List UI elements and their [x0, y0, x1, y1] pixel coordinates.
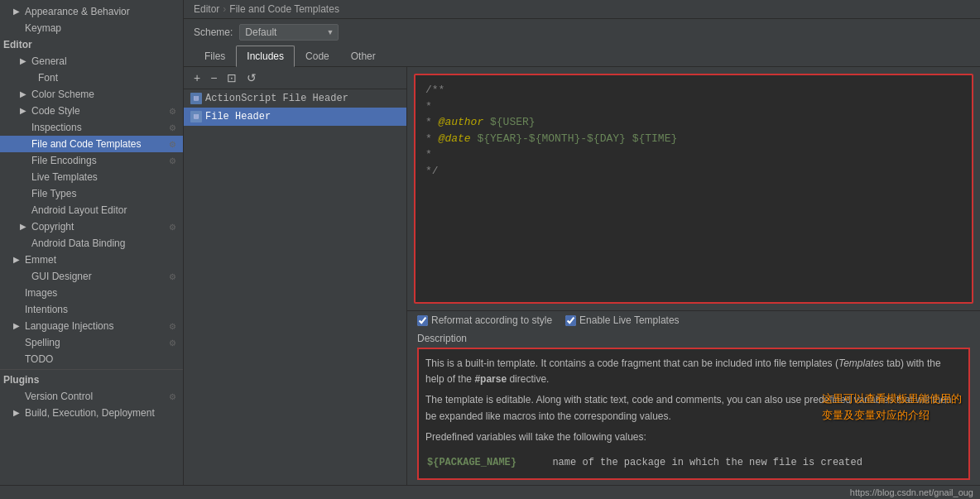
code-line-2: * — [425, 98, 962, 115]
template-item-actionscript[interactable]: ▤ ActionScript File Header — [184, 89, 406, 108]
breadcrumb-part2: File and Code Templates — [229, 3, 339, 15]
scheme-select[interactable]: Default Project — [239, 24, 339, 41]
reformat-check-label[interactable]: Reformat according to style — [417, 314, 552, 326]
spacer — [13, 305, 23, 314]
settings-icon: ⚙ — [169, 140, 176, 149]
sidebar: ▶ Appearance & Behavior Keymap Editor ▶ … — [0, 0, 184, 485]
tab-includes[interactable]: Includes — [236, 46, 295, 67]
template-item-label: File Header — [205, 111, 271, 122]
settings-icon: ⚙ — [169, 322, 176, 331]
sidebar-item-emmet[interactable]: ▶ Emmet — [0, 252, 183, 268]
desc-text-3: Predefined variables will take the follo… — [425, 429, 962, 445]
parse-directive: #parse — [474, 373, 507, 385]
add-button[interactable]: + — [190, 70, 204, 85]
spacer — [13, 391, 23, 401]
sidebar-item-gui-designer[interactable]: GUI Designer ⚙ — [0, 268, 183, 285]
code-editor[interactable]: /** * * @author ${USER} * @date ${YEAR}-… — [414, 74, 973, 304]
sidebar-item-label: File Encodings — [31, 155, 97, 166]
live-templates-check-label[interactable]: Enable Live Templates — [565, 314, 680, 326]
sidebar-item-android-data-binding[interactable]: Android Data Binding — [0, 235, 183, 252]
code-line-5: * — [425, 146, 962, 163]
sidebar-item-label: Code Style — [31, 105, 80, 117]
sidebar-item-live-templates[interactable]: Live Templates — [0, 169, 183, 185]
sidebar-section-editor: Editor — [0, 36, 183, 53]
url-text: https://blog.csdn.net/gnail_oug — [850, 487, 973, 497]
sidebar-item-label: General — [31, 55, 67, 67]
spacer — [20, 156, 30, 166]
content-area: Editor › File and Code Templates Scheme:… — [184, 0, 980, 485]
sidebar-item-font[interactable]: Font — [0, 70, 183, 86]
spacer — [13, 354, 23, 364]
reformat-label: Reformat according to style — [431, 314, 552, 326]
sidebar-item-file-and-code-templates[interactable]: File and Code Templates ⚙ — [0, 136, 183, 152]
tabs-bar: Files Includes Code Other — [184, 46, 980, 67]
sidebar-item-file-types[interactable]: File Types — [0, 185, 183, 202]
var-desc-user: current user system login name — [552, 474, 960, 480]
spacer — [26, 73, 36, 83]
sidebar-item-code-style[interactable]: ▶ Code Style ⚙ — [0, 103, 183, 119]
reformat-checkbox[interactable] — [417, 315, 428, 326]
settings-icon: ⚙ — [169, 156, 176, 166]
settings-icon: ⚙ — [169, 338, 176, 348]
scheme-select-wrapper: Default Project — [239, 24, 339, 41]
tab-other[interactable]: Other — [340, 46, 387, 67]
var-name-package: ${PACKAGE_NAME} — [427, 453, 550, 473]
copy-button[interactable]: ⊡ — [223, 70, 240, 85]
code-line-3: * @author ${USER} — [425, 114, 962, 131]
arrow-icon: ▶ — [20, 89, 30, 99]
tab-code[interactable]: Code — [295, 46, 340, 67]
sidebar-item-build-execution[interactable]: ▶ Build, Execution, Deployment — [0, 405, 183, 421]
sidebar-item-file-encodings[interactable]: File Encodings ⚙ — [0, 152, 183, 169]
code-line-6: */ — [425, 163, 962, 180]
sidebar-item-label: Keymap — [25, 22, 61, 34]
remove-button[interactable]: − — [207, 70, 220, 85]
scheme-row: Scheme: Default Project — [184, 19, 980, 46]
reset-button[interactable]: ↺ — [243, 70, 260, 85]
spacer — [20, 172, 30, 182]
sidebar-item-language-injections[interactable]: ▶ Language Injections ⚙ — [0, 318, 183, 334]
sidebar-item-label: Editor — [3, 39, 32, 50]
settings-icon: ⚙ — [169, 392, 176, 401]
breadcrumb: Editor › File and Code Templates — [184, 0, 980, 19]
spacer — [13, 288, 23, 298]
sidebar-item-keymap[interactable]: Keymap — [0, 20, 183, 36]
url-bar: https://blog.csdn.net/gnail_oug — [0, 485, 980, 499]
sidebar-item-label: Font — [38, 72, 58, 84]
variables-table: ${PACKAGE_NAME} name of the package in w… — [425, 452, 962, 480]
template-item-file-header[interactable]: ▤ File Header — [184, 108, 406, 126]
live-templates-checkbox[interactable] — [565, 315, 576, 326]
spacer — [20, 238, 30, 248]
sidebar-item-label: Language Injections — [25, 320, 113, 332]
spacer — [20, 139, 30, 149]
sidebar-item-label: Appearance & Behavior — [25, 6, 130, 17]
chinese-annotation: 这里可以查看模板里能使用的 变量及变量对应的介绍 — [822, 391, 962, 423]
settings-icon: ⚙ — [169, 272, 176, 281]
sidebar-item-inspections[interactable]: Inspections ⚙ — [0, 119, 183, 136]
sidebar-item-label: Inspections — [31, 122, 82, 133]
settings-icon: ⚙ — [169, 223, 176, 232]
desc-text-1: This is a built-in template. It contains… — [425, 356, 962, 387]
sidebar-item-label: File and Code Templates — [31, 138, 142, 150]
sidebar-item-copyright[interactable]: ▶ Copyright ⚙ — [0, 218, 183, 235]
template-item-label: ActionScript File Header — [205, 93, 348, 104]
sidebar-item-todo[interactable]: TODO — [0, 351, 183, 367]
arrow-icon: ▶ — [13, 255, 23, 265]
sidebar-item-general[interactable]: ▶ General — [0, 53, 183, 70]
arrow-icon: ▶ — [13, 7, 23, 17]
sidebar-item-label: Android Layout Editor — [31, 204, 127, 216]
chinese-line-1: 这里可以查看模板里能使用的 — [822, 391, 962, 407]
sidebar-item-images[interactable]: Images — [0, 285, 183, 301]
tab-files[interactable]: Files — [194, 46, 236, 67]
sidebar-item-appearance[interactable]: ▶ Appearance & Behavior — [0, 3, 183, 20]
arrow-icon: ▶ — [20, 106, 30, 116]
arrow-icon: ▶ — [13, 321, 23, 331]
sidebar-item-color-scheme[interactable]: ▶ Color Scheme — [0, 86, 183, 103]
table-row: ${USER} current user system login name — [427, 474, 960, 480]
sidebar-item-version-control[interactable]: Version Control ⚙ — [0, 388, 183, 405]
sidebar-item-android-layout-editor[interactable]: Android Layout Editor — [0, 202, 183, 218]
breadcrumb-separator: › — [223, 3, 226, 15]
sidebar-item-intentions[interactable]: Intentions — [0, 301, 183, 318]
sidebar-item-spelling[interactable]: Spelling ⚙ — [0, 334, 183, 351]
sidebar-item-label: Version Control — [25, 391, 93, 402]
spacer — [20, 122, 30, 132]
